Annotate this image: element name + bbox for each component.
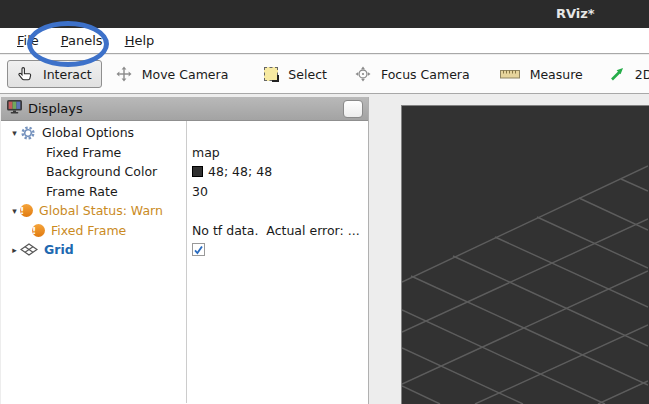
rviz-window: RViz* File Panels Help Interact: [0, 0, 649, 404]
displays-panel: Displays ▾: [1, 97, 369, 404]
move-camera-tool-button[interactable]: Move Camera: [112, 61, 233, 87]
displays-panel-title: Displays: [28, 101, 83, 116]
tree-row-fixed-frame-warning[interactable]: ! Fixed Frame No tf data. Actual error: …: [1, 221, 368, 241]
menu-panels[interactable]: Panels: [50, 30, 114, 51]
grid-enabled-checkbox[interactable]: [192, 243, 205, 256]
ground-grid: [402, 106, 648, 404]
background-color-value[interactable]: 48; 48; 48: [186, 164, 272, 179]
tree-row-grid[interactable]: ▸ Grid: [1, 240, 368, 260]
menu-help[interactable]: Help: [114, 30, 166, 51]
tree-row-global-status[interactable]: ▾ ! Global Status: Warn: [1, 201, 368, 221]
tree-column-divider[interactable]: [186, 121, 187, 403]
displays-tree: ▾ Global Options: [1, 121, 368, 403]
2d-pose-estimate-tool-button[interactable]: 2D Pose Esti: [605, 61, 649, 87]
ruler-icon: [500, 69, 520, 80]
tree-row-fixed-frame[interactable]: Fixed Frame map: [1, 143, 368, 163]
content-area: Displays ▾: [0, 95, 649, 404]
grid-icon: [20, 243, 38, 256]
tree-row-global-options[interactable]: ▾ Global Options: [1, 123, 368, 143]
warning-icon: !: [20, 204, 33, 217]
move-arrows-icon: [116, 66, 132, 82]
fixed-frame-value[interactable]: map: [186, 145, 220, 160]
tree-row-background-color[interactable]: Background Color 48; 48; 48: [1, 162, 368, 182]
monitor-icon: [6, 99, 23, 118]
focus-crosshair-icon: [355, 66, 371, 82]
gear-icon: [20, 125, 36, 141]
displays-panel-header[interactable]: Displays: [1, 97, 368, 121]
hand-cursor-icon: [17, 66, 33, 82]
focus-camera-tool-button[interactable]: Focus Camera: [351, 61, 474, 87]
3d-viewport[interactable]: [401, 105, 649, 404]
select-tool-button[interactable]: Select: [260, 62, 331, 87]
expander-closed-icon[interactable]: ▸: [9, 245, 20, 255]
toolbar: Interact Move Camera Select: [0, 55, 649, 94]
menu-file[interactable]: File: [6, 30, 50, 51]
interact-tool-button[interactable]: Interact: [7, 60, 102, 88]
warning-icon: !: [32, 224, 45, 237]
tree-row-frame-rate[interactable]: Frame Rate 30: [1, 182, 368, 202]
expander-open-icon[interactable]: ▾: [9, 206, 20, 216]
title-bar: RViz*: [0, 0, 649, 28]
green-arrow-icon: [609, 66, 625, 82]
selection-box-icon: [264, 67, 278, 81]
frame-rate-value[interactable]: 30: [186, 184, 208, 199]
window-title: RViz*: [556, 6, 595, 21]
tf-error-message: No tf data. Actual error: ...: [186, 223, 360, 238]
expander-open-icon[interactable]: ▾: [9, 128, 20, 138]
measure-tool-button[interactable]: Measure: [496, 62, 587, 87]
panel-corner-button[interactable]: [343, 100, 363, 118]
menu-bar: File Panels Help: [0, 28, 649, 54]
color-swatch[interactable]: [192, 166, 203, 177]
checkmark-icon: [193, 244, 204, 256]
